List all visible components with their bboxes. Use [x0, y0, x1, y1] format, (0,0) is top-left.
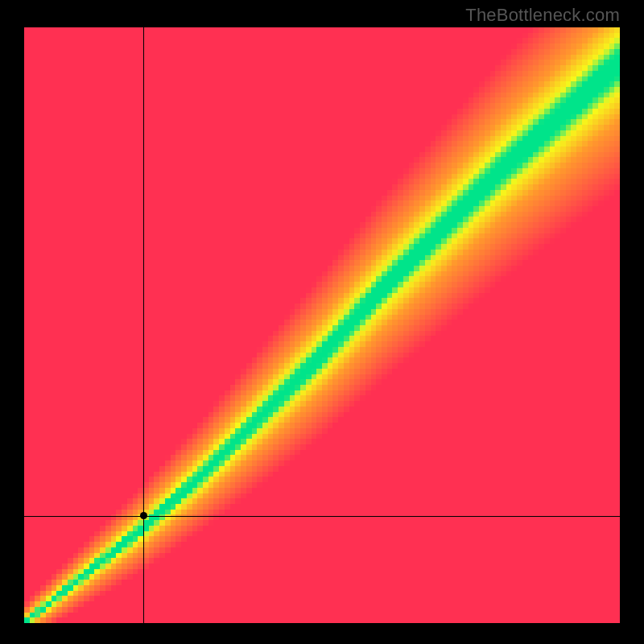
selection-marker[interactable]	[140, 512, 147, 519]
bottleneck-heatmap	[24, 27, 620, 623]
chart-frame: TheBottleneck.com	[0, 0, 644, 644]
crosshair-vertical	[143, 27, 144, 623]
crosshair-horizontal	[24, 516, 620, 517]
plot-area	[24, 27, 620, 623]
watermark-text: TheBottleneck.com	[465, 5, 620, 26]
